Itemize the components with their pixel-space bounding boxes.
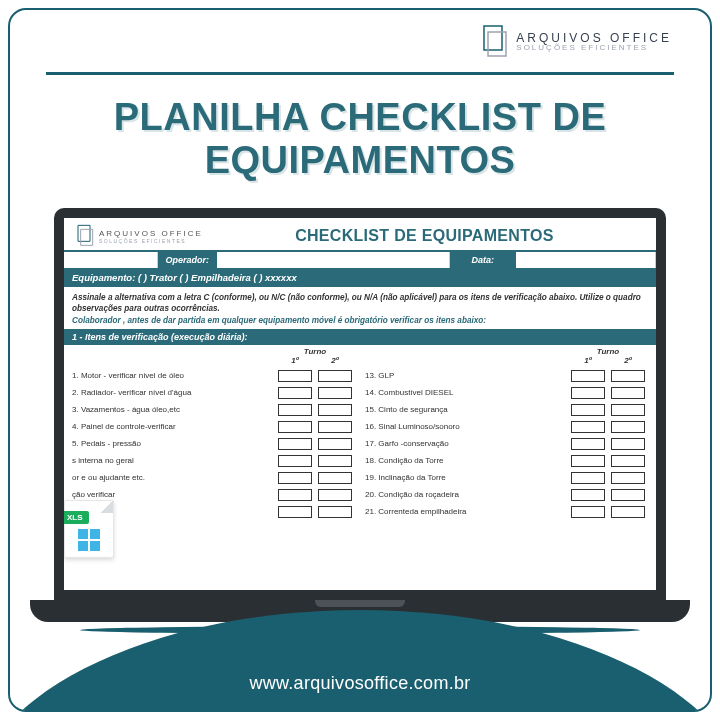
- col-2-left: 2º: [315, 356, 355, 365]
- sheet-brand-sub: SOLUÇÕES EFICIENTES: [99, 238, 203, 244]
- check-box-1[interactable]: [278, 438, 312, 450]
- checklist-item-text: 16. Sinal Luminoso/sonoro: [365, 422, 568, 431]
- checklist-row: 14. Combustível DIESEL: [365, 384, 648, 401]
- check-box-2[interactable]: [318, 438, 352, 450]
- checklist-item-text: 2. Radiador- verificar nível d'água: [72, 388, 275, 397]
- checklist-row: 17. Garfo -conservação: [365, 435, 648, 452]
- checklist-item-text: 21. Correnteda empilhadeira: [365, 507, 568, 516]
- checklist-item-text: or e ou ajudante etc.: [72, 473, 275, 482]
- spreadsheet: ARQUIVOS OFFICE SOLUÇÕES EFICIENTES CHEC…: [64, 218, 656, 520]
- equipamento-row: Equipamento: ( ) Trator ( ) Empilhadeira…: [64, 268, 656, 287]
- checklist-row: 4. Painel de controle-verificar: [72, 418, 355, 435]
- check-box-2[interactable]: [611, 370, 645, 382]
- checklist-row: iros: [72, 503, 355, 520]
- check-box-2[interactable]: [318, 404, 352, 416]
- laptop-mockup: ARQUIVOS OFFICE SOLUÇÕES EFICIENTES CHEC…: [54, 208, 666, 634]
- operador-label: Operador:: [158, 252, 218, 268]
- check-box-2[interactable]: [318, 387, 352, 399]
- checklist-row: ção verificar: [72, 486, 355, 503]
- check-box-2[interactable]: [318, 421, 352, 433]
- brand-top: ARQUIVOS OFFICE SOLUÇÕES EFICIENTES: [478, 24, 672, 60]
- left-column: Turno 1º2º 1. Motor - verificar nível de…: [72, 347, 355, 520]
- checklist-item-text: ção verificar: [72, 490, 275, 499]
- checklist-item-text: 14. Combustível DIESEL: [365, 388, 568, 397]
- check-box-1[interactable]: [571, 506, 605, 518]
- check-box-2[interactable]: [611, 387, 645, 399]
- checklist-item-text: 20. Condição da roçadeira: [365, 490, 568, 499]
- checklist-row: 3. Vazamentos - água óleo,etc: [72, 401, 355, 418]
- checklist-row: 20. Condição da roçadeira: [365, 486, 648, 503]
- check-box-1[interactable]: [278, 489, 312, 501]
- check-box-1[interactable]: [571, 455, 605, 467]
- checklist-item-text: 4. Painel de controle-verificar: [72, 422, 275, 431]
- colaborador-text: Colaborador , antes de dar partida em qu…: [64, 316, 656, 329]
- col-1-right: 1º: [568, 356, 608, 365]
- turno-header-left: Turno: [275, 347, 355, 356]
- windows-icon: [78, 529, 100, 551]
- checklist-item-text: 13. GLP: [365, 371, 568, 380]
- check-box-1[interactable]: [571, 404, 605, 416]
- checklist-item-text: 19. Inclinação da Torre: [365, 473, 568, 482]
- check-box-1[interactable]: [571, 489, 605, 501]
- instruction-text: Assinale a alternativa com a letra C (co…: [64, 287, 656, 316]
- check-box-1[interactable]: [278, 370, 312, 382]
- checklist-row: 1. Motor - verificar nível de óleo: [72, 367, 355, 384]
- divider: [46, 72, 674, 75]
- right-column: Turno 1º2º 13. GLP14. Combustível DIESEL…: [365, 347, 648, 520]
- laptop-screen: ARQUIVOS OFFICE SOLUÇÕES EFICIENTES CHEC…: [54, 208, 666, 600]
- checklist-row: 2. Radiador- verificar nível d'água: [72, 384, 355, 401]
- sheet-header: ARQUIVOS OFFICE SOLUÇÕES EFICIENTES CHEC…: [64, 218, 656, 250]
- check-box-1[interactable]: [278, 421, 312, 433]
- sheet-title: CHECKLIST DE EQUIPAMENTOS: [203, 227, 646, 245]
- check-box-2[interactable]: [318, 455, 352, 467]
- check-box-1[interactable]: [571, 370, 605, 382]
- check-box-2[interactable]: [318, 370, 352, 382]
- check-box-2[interactable]: [318, 506, 352, 518]
- check-box-1[interactable]: [278, 472, 312, 484]
- checklist-item-text: s interna no geral: [72, 456, 275, 465]
- check-box-2[interactable]: [611, 404, 645, 416]
- check-box-1[interactable]: [278, 404, 312, 416]
- checklist-row: s interna no geral: [72, 452, 355, 469]
- checklist-row: 13. GLP: [365, 367, 648, 384]
- check-box-1[interactable]: [571, 438, 605, 450]
- checklist-item-text: 18. Condição da Torre: [365, 456, 568, 465]
- operator-row: Operador: Data:: [64, 250, 656, 268]
- check-box-2[interactable]: [318, 489, 352, 501]
- checklist-row: or e ou ajudante etc.: [72, 469, 355, 486]
- check-box-2[interactable]: [318, 472, 352, 484]
- brand-logo-icon: [478, 24, 508, 60]
- check-box-2[interactable]: [611, 421, 645, 433]
- turno-header-right: Turno: [568, 347, 648, 356]
- data-label: Data:: [450, 252, 517, 268]
- checklist-columns: Turno 1º2º 1. Motor - verificar nível de…: [64, 345, 656, 520]
- sheet-brand: ARQUIVOS OFFICE SOLUÇÕES EFICIENTES: [74, 224, 203, 248]
- checklist-row: 5. Pedais - pressão: [72, 435, 355, 452]
- check-box-2[interactable]: [611, 455, 645, 467]
- sheet-brand-name: ARQUIVOS OFFICE: [99, 229, 203, 238]
- footer-url: www.arquivosoffice.com.br: [10, 673, 710, 694]
- check-box-1[interactable]: [278, 506, 312, 518]
- page-title: PLANILHA CHECKLIST DE EQUIPAMENTOS: [10, 96, 710, 181]
- check-box-1[interactable]: [571, 387, 605, 399]
- check-box-2[interactable]: [611, 506, 645, 518]
- col-1-left: 1º: [275, 356, 315, 365]
- check-box-2[interactable]: [611, 438, 645, 450]
- xls-label: XLS: [61, 511, 89, 524]
- checklist-row: 18. Condição da Torre: [365, 452, 648, 469]
- check-box-1[interactable]: [278, 455, 312, 467]
- brand-subtitle: SOLUÇÕES EFICIENTES: [516, 44, 672, 52]
- checklist-row: 15. Cinto de segurança: [365, 401, 648, 418]
- checklist-item-text: 17. Garfo -conservação: [365, 439, 568, 448]
- check-box-1[interactable]: [571, 421, 605, 433]
- checklist-item-text: 15. Cinto de segurança: [365, 405, 568, 414]
- section-1-header: 1 - Itens de verificação (execução diári…: [64, 329, 656, 345]
- check-box-1[interactable]: [571, 472, 605, 484]
- col-2-right: 2º: [608, 356, 648, 365]
- check-box-2[interactable]: [611, 489, 645, 501]
- check-box-2[interactable]: [611, 472, 645, 484]
- checklist-item-text: 1. Motor - verificar nível de óleo: [72, 371, 275, 380]
- brand-text: ARQUIVOS OFFICE SOLUÇÕES EFICIENTES: [516, 32, 672, 53]
- check-box-1[interactable]: [278, 387, 312, 399]
- checklist-row: 16. Sinal Luminoso/sonoro: [365, 418, 648, 435]
